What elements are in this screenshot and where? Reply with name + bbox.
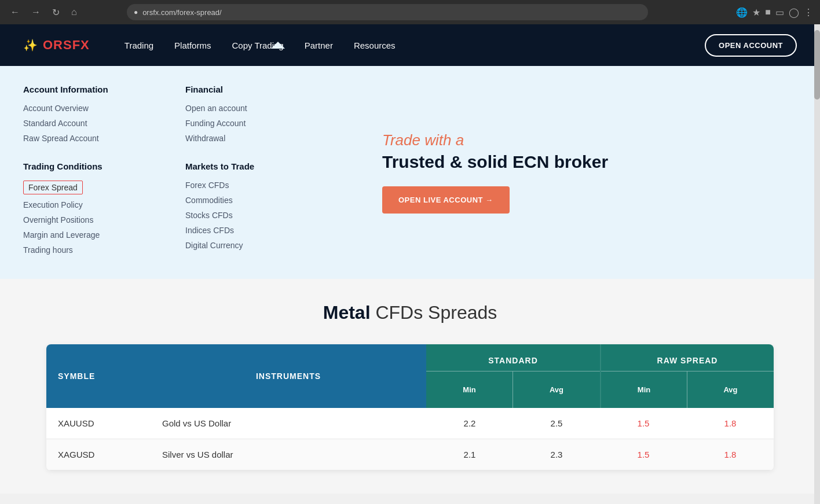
logo[interactable]: ✨ ORSFX bbox=[23, 38, 90, 53]
nav-platforms[interactable]: Platforms bbox=[174, 41, 211, 50]
table-header: SYMBLE INSTRUMENTS STANDARD Min Avg RAW … bbox=[46, 344, 774, 408]
forward-button[interactable]: → bbox=[28, 5, 44, 20]
dropdown-link-withdrawal[interactable]: Withdrawal bbox=[185, 134, 324, 143]
dropdown-link-stocks-cfds[interactable]: Stocks CFDs bbox=[185, 211, 324, 220]
dropdown-col-markets-title: Markets to Trade bbox=[185, 161, 324, 171]
site-header: ✨ ORSFX Trading Platforms Copy Trading P… bbox=[0, 24, 820, 66]
row1-symbol: XAUUSD bbox=[46, 408, 151, 439]
row2-instrument: Silver vs US dollar bbox=[151, 439, 426, 470]
table-row: XAUUSD Gold vs US Dollar 2.2 2.5 1.5 1.8 bbox=[46, 408, 774, 439]
dropdown-link-overnight-positions[interactable]: Overnight Positions bbox=[23, 215, 162, 225]
dropdown-link-forex-cfds[interactable]: Forex CFDs bbox=[185, 181, 324, 190]
dropdown-col-trading-title: Trading Conditions bbox=[23, 161, 162, 171]
th-standard-label: STANDARD bbox=[426, 344, 600, 371]
row1-std-avg: 2.5 bbox=[513, 408, 600, 439]
profile-button[interactable]: ◯ bbox=[789, 7, 799, 18]
browser-actions: 🌐 ★ ■ ▭ ◯ ⋮ bbox=[736, 7, 813, 18]
dropdown-col-financial-title: Financial bbox=[185, 84, 324, 94]
row2-raw-min: 1.5 bbox=[600, 439, 687, 470]
th-raw-min: Min bbox=[601, 371, 687, 408]
cta-open-live-account-button[interactable]: OPEN LIVE ACCOUNT → bbox=[382, 186, 510, 214]
spreads-table: SYMBLE INSTRUMENTS STANDARD Min Avg RAW … bbox=[46, 344, 774, 470]
row2-std-avg: 2.3 bbox=[513, 439, 600, 470]
scrollbar[interactable] bbox=[814, 24, 820, 504]
row1-instrument: Gold vs US Dollar bbox=[151, 408, 426, 439]
dropdown-cta: Trade with a Trusted & solid ECN broker … bbox=[347, 84, 797, 260]
dropdown-link-margin-leverage[interactable]: Margin and Leverage bbox=[23, 230, 162, 240]
row1-raw-avg: 1.8 bbox=[687, 408, 774, 439]
back-button[interactable]: ← bbox=[7, 5, 23, 20]
th-raw-spread: RAW SPREAD Min Avg bbox=[600, 344, 774, 408]
dropdown-link-standard-account[interactable]: Standard Account bbox=[23, 119, 162, 128]
dropdown-link-forex-spread[interactable]: Forex Spread bbox=[23, 181, 83, 194]
split-view-button[interactable]: ▭ bbox=[775, 7, 784, 18]
browser-chrome: ← → ↻ ⌂ ● orsfx.com/forex-spread/ 🌐 ★ ■ … bbox=[0, 0, 820, 24]
th-symble: SYMBLE bbox=[46, 344, 151, 408]
section-title-bold: Metal bbox=[323, 302, 371, 323]
row1-raw-min: 1.5 bbox=[600, 408, 687, 439]
row1-std-min: 2.2 bbox=[426, 408, 513, 439]
row2-symbol: XAGUSD bbox=[46, 439, 151, 470]
dropdown-link-open-account[interactable]: Open an account bbox=[185, 104, 324, 113]
cta-tagline: Trade with a bbox=[382, 131, 797, 149]
dropdown-section-trading-conditions: Trading Conditions Forex Spread Executio… bbox=[23, 161, 162, 255]
th-instruments: INSTRUMENTS bbox=[151, 344, 426, 408]
th-raw-spread-label: RAW SPREAD bbox=[601, 344, 774, 371]
th-raw-avg: Avg bbox=[687, 371, 774, 408]
extensions-button[interactable]: ■ bbox=[765, 7, 771, 17]
dropdown-col-financial: Financial Open an account Funding Accoun… bbox=[185, 84, 347, 260]
dropdown-panel: Account Information Account Overview Sta… bbox=[0, 66, 820, 279]
url-text: orsfx.com/forex-spread/ bbox=[142, 8, 222, 17]
reload-button[interactable]: ↻ bbox=[49, 5, 63, 20]
logo-text: ORSFX bbox=[43, 38, 90, 53]
th-raw-spread-subheaders: Min Avg bbox=[601, 371, 774, 408]
dropdown-link-commodities[interactable]: Commodities bbox=[185, 196, 324, 205]
logo-icon: ✨ bbox=[23, 38, 38, 52]
dropdown-link-funding[interactable]: Funding Account bbox=[185, 119, 324, 128]
row2-raw-avg: 1.8 bbox=[687, 439, 774, 470]
open-account-button[interactable]: OPEN ACCOUNT bbox=[705, 34, 797, 57]
nav-trading[interactable]: Trading bbox=[125, 41, 153, 50]
dropdown-link-digital-currency[interactable]: Digital Currency bbox=[185, 241, 324, 250]
address-bar[interactable]: ● orsfx.com/forex-spread/ bbox=[127, 4, 648, 20]
dropdown-link-account-overview[interactable]: Account Overview bbox=[23, 104, 162, 113]
site-icon: ● bbox=[134, 8, 138, 16]
section-title: Metal CFDs Spreads bbox=[46, 302, 774, 323]
dropdown-col-account-title: Account Information bbox=[23, 84, 162, 94]
section-title-rest: CFDs Spreads bbox=[371, 302, 497, 323]
menu-button[interactable]: ⋮ bbox=[804, 7, 813, 18]
row2-std-min: 2.1 bbox=[426, 439, 513, 470]
translate-button[interactable]: 🌐 bbox=[736, 7, 748, 18]
th-standard-avg: Avg bbox=[513, 371, 600, 408]
home-button[interactable]: ⌂ bbox=[68, 5, 80, 20]
main-content: Metal CFDs Spreads SYMBLE INSTRUMENTS ST… bbox=[0, 279, 820, 494]
dropdown-link-execution-policy[interactable]: Execution Policy bbox=[23, 200, 162, 209]
dropdown-link-raw-spread-account[interactable]: Raw Spread Account bbox=[23, 134, 162, 143]
th-standard: STANDARD Min Avg bbox=[426, 344, 600, 408]
cta-title: Trusted & solid ECN broker bbox=[382, 152, 797, 172]
nav-partner[interactable]: Partner bbox=[305, 41, 333, 50]
dropdown-link-trading-hours[interactable]: Trading hours bbox=[23, 245, 162, 255]
table-row: XAGUSD Silver vs US dollar 2.1 2.3 1.5 1… bbox=[46, 439, 774, 470]
dropdown-section-markets: Markets to Trade Forex CFDs Commodities … bbox=[185, 161, 324, 250]
nav-resources[interactable]: Resources bbox=[354, 41, 396, 50]
scroll-thumb[interactable] bbox=[814, 30, 820, 100]
nav-menu: Trading Platforms Copy Trading Partner R… bbox=[125, 41, 705, 50]
th-standard-min: Min bbox=[426, 371, 513, 408]
dropdown-arrow bbox=[271, 42, 285, 49]
bookmark-button[interactable]: ★ bbox=[752, 7, 760, 18]
dropdown-col-account: Account Information Account Overview Sta… bbox=[23, 84, 185, 260]
th-standard-subheaders: Min Avg bbox=[426, 371, 600, 408]
dropdown-link-indices-cfds[interactable]: Indices CFDs bbox=[185, 226, 324, 235]
